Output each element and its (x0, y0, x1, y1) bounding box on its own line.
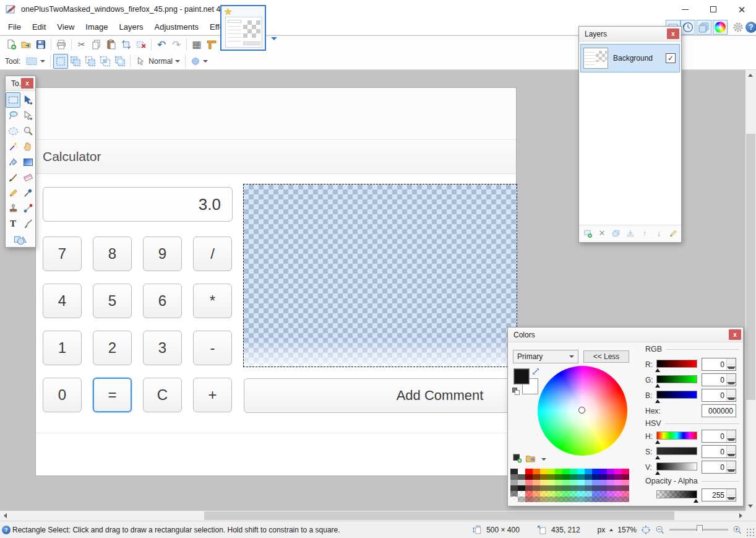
palette-swatch[interactable] (540, 474, 548, 480)
minimize-button[interactable] (671, 0, 699, 19)
menu-image[interactable]: Image (80, 20, 113, 34)
palette-swatch[interactable] (614, 485, 622, 491)
zoom-out-icon[interactable] (655, 525, 665, 535)
open-file-button[interactable] (19, 37, 33, 52)
palette-swatch[interactable] (562, 497, 570, 502)
selection-mode-invert[interactable] (113, 54, 127, 69)
palette-swatch[interactable] (607, 474, 614, 480)
tool-paintbrush[interactable] (6, 170, 20, 185)
palette-swatch[interactable] (607, 480, 614, 485)
palette-swatch[interactable] (540, 480, 548, 485)
g-spinbox[interactable]: 0 (702, 373, 736, 386)
rulers-button[interactable] (204, 37, 219, 52)
palette-swatch[interactable] (510, 497, 518, 502)
spin-arrows[interactable] (726, 374, 736, 386)
palette-swatch[interactable] (555, 474, 562, 480)
selection-region[interactable] (243, 184, 517, 367)
palette-swatch[interactable] (577, 480, 585, 485)
palette-swatch[interactable] (540, 491, 548, 497)
tool-pan[interactable] (20, 139, 35, 154)
palette-swatch[interactable] (599, 480, 607, 485)
color-wheel[interactable] (538, 366, 627, 456)
palette-swatch[interactable] (614, 491, 622, 497)
selection-quality-dropdown[interactable]: Normal (133, 55, 183, 67)
tool-eraser[interactable] (20, 170, 35, 185)
palette-swatch[interactable] (570, 491, 577, 497)
palette-swatch[interactable] (585, 480, 592, 485)
palette-swatch[interactable] (548, 497, 555, 502)
palette-swatch[interactable] (533, 474, 540, 480)
duplicate-layer-button[interactable] (610, 227, 622, 240)
scroll-right-button[interactable] (736, 511, 745, 521)
new-file-button[interactable] (4, 37, 19, 52)
palette-swatch[interactable] (510, 469, 518, 474)
layers-panel-close-button[interactable]: x (667, 28, 679, 39)
history-window-toggle[interactable] (681, 20, 695, 35)
palette-swatch[interactable] (518, 469, 525, 474)
tool-recolor[interactable] (20, 201, 35, 216)
tool-zoom[interactable] (20, 123, 35, 139)
layer-row-background[interactable]: Background ✓ (580, 44, 680, 72)
palette-swatch[interactable] (525, 480, 533, 485)
palette-swatch[interactable] (592, 474, 599, 480)
help-button[interactable]: ? (744, 20, 756, 35)
colors-window-toggle[interactable] (713, 20, 728, 35)
palette-swatch[interactable] (548, 491, 555, 497)
tool-lasso-select[interactable] (6, 108, 20, 123)
tool-move-selection[interactable] (20, 108, 35, 123)
palette-swatch[interactable] (525, 474, 533, 480)
palette-swatch[interactable] (562, 485, 570, 491)
spin-arrows[interactable] (726, 430, 736, 442)
palette-swatch[interactable] (592, 480, 599, 485)
palette-dropdown-arrow[interactable] (541, 458, 546, 461)
palette-swatch[interactable] (570, 469, 577, 474)
colors-panel-close-button[interactable]: x (729, 329, 741, 340)
palette-swatch[interactable] (540, 497, 548, 502)
deselect-button[interactable] (134, 37, 148, 52)
palette-swatch[interactable] (525, 485, 533, 491)
h-slider[interactable] (656, 432, 697, 440)
v-slider[interactable] (656, 462, 697, 471)
palette-swatch[interactable] (555, 485, 562, 491)
palette-swatch[interactable] (570, 497, 577, 502)
palette-swatch[interactable] (562, 474, 570, 480)
s-slider[interactable] (656, 447, 697, 455)
palette-swatch[interactable] (622, 480, 629, 485)
palette-swatch[interactable] (570, 480, 577, 485)
palette-swatch[interactable] (562, 480, 570, 485)
palette-swatch[interactable] (577, 485, 585, 491)
palette-swatch[interactable] (577, 474, 585, 480)
palette-swatch[interactable] (555, 491, 562, 497)
move-layer-up-button[interactable]: ↑ (638, 227, 651, 240)
palette-swatch[interactable] (585, 474, 592, 480)
tool-text[interactable]: T (6, 216, 20, 232)
vertical-scrollbar[interactable] (745, 70, 756, 511)
tool-ellipse-select[interactable] (6, 123, 20, 139)
delete-layer-button[interactable]: ✕ (596, 227, 608, 240)
palette-swatch[interactable] (607, 497, 614, 502)
b-spinbox[interactable]: 0 (702, 389, 736, 402)
palette-swatch[interactable] (614, 480, 622, 485)
palette-swatch[interactable] (592, 491, 599, 497)
tool-gradient[interactable] (20, 154, 35, 170)
colors-panel-titlebar[interactable]: Colors x (508, 328, 743, 342)
palette-swatch[interactable] (585, 491, 592, 497)
zoom-in-icon[interactable] (732, 525, 742, 535)
horizontal-scroll-thumb[interactable] (204, 511, 674, 520)
undo-button[interactable]: ↶ (154, 37, 169, 52)
palette-swatch[interactable] (622, 491, 629, 497)
antialiasing-dropdown[interactable] (188, 55, 210, 67)
maximize-button[interactable] (699, 0, 728, 19)
palette-swatch[interactable] (599, 497, 607, 502)
scroll-up-button[interactable] (745, 70, 755, 80)
selection-mode-add[interactable] (68, 54, 83, 69)
spin-arrows[interactable] (726, 461, 736, 473)
menu-file[interactable]: File (2, 20, 27, 34)
palette-swatch[interactable] (622, 485, 629, 491)
merge-down-button[interactable] (624, 227, 637, 240)
palette-swatch[interactable] (599, 485, 607, 491)
copy-button[interactable] (89, 37, 104, 52)
palette-swatch[interactable] (562, 469, 570, 474)
palette-swatch[interactable] (622, 474, 629, 480)
palette-swatch[interactable] (533, 497, 540, 502)
